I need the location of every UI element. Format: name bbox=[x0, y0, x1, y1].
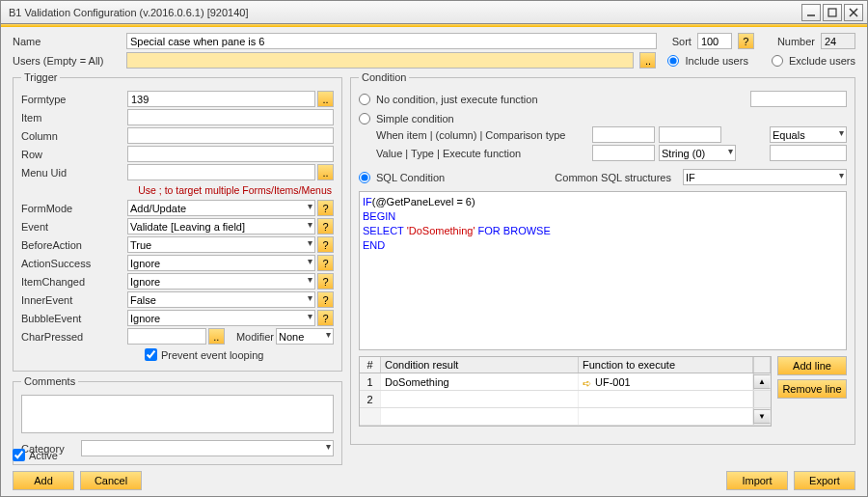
main-window: B1 Validation Configuration (v.2016.0.6.… bbox=[0, 0, 868, 497]
number-field bbox=[821, 33, 855, 49]
item-label: Item bbox=[21, 112, 125, 124]
sql-condition-radio[interactable] bbox=[359, 172, 370, 183]
category-select[interactable] bbox=[81, 440, 334, 456]
sort-help-button[interactable]: ? bbox=[738, 33, 754, 49]
menuuid-input[interactable] bbox=[127, 164, 315, 180]
condition-fieldset: Condition No condition, just execute fun… bbox=[350, 71, 855, 445]
svg-rect-1 bbox=[828, 9, 836, 16]
simple-item-input[interactable] bbox=[592, 126, 655, 143]
itemchanged-help-button[interactable]: ? bbox=[317, 273, 334, 290]
grid-row[interactable]: ▼ bbox=[360, 408, 771, 426]
simple-condition-radio[interactable] bbox=[359, 113, 370, 124]
innerevent-help-button[interactable]: ? bbox=[317, 291, 334, 308]
window-controls bbox=[801, 4, 863, 21]
import-button[interactable]: Import bbox=[726, 471, 788, 490]
charpressed-cfl-button[interactable]: .. bbox=[208, 328, 225, 345]
no-condition-input[interactable] bbox=[750, 91, 847, 107]
actionsuccess-select[interactable]: Ignore bbox=[127, 255, 315, 271]
users-input[interactable] bbox=[126, 52, 634, 69]
add-button[interactable]: Add bbox=[13, 471, 74, 490]
simple-cmp-select[interactable]: Equals bbox=[770, 126, 847, 143]
left-column: Trigger Formtype .. Item Column Row Menu… bbox=[13, 71, 342, 445]
formmode-help-button[interactable]: ? bbox=[317, 200, 334, 216]
no-condition-row: No condition, just execute function bbox=[359, 91, 847, 107]
name-label: Name bbox=[13, 36, 121, 47]
row-input[interactable] bbox=[127, 146, 334, 162]
modifier-select[interactable]: None bbox=[276, 328, 334, 345]
users-cfl-button[interactable]: .. bbox=[639, 52, 656, 69]
menuuid-label: Menu Uid bbox=[21, 167, 125, 179]
beforeaction-help-button[interactable]: ? bbox=[317, 236, 334, 253]
cancel-button[interactable]: Cancel bbox=[80, 471, 142, 490]
grid-cell-cr[interactable]: DoSomething bbox=[381, 373, 579, 390]
event-select[interactable]: Validate [Leaving a field] bbox=[127, 218, 315, 235]
formtype-cfl-button[interactable]: .. bbox=[317, 91, 334, 107]
column-input[interactable] bbox=[127, 127, 334, 144]
active-label: Active bbox=[29, 450, 58, 461]
include-users-radio[interactable] bbox=[667, 55, 679, 67]
beforeaction-select[interactable]: True bbox=[127, 236, 315, 253]
grid-cell-fn[interactable] bbox=[579, 391, 753, 407]
trigger-fieldset: Trigger Formtype .. Item Column Row Menu… bbox=[13, 71, 342, 372]
event-label: Event bbox=[21, 221, 125, 233]
common-sql-select[interactable]: IF bbox=[683, 169, 847, 185]
grid-row[interactable]: 2 bbox=[360, 391, 771, 408]
grid-head-idx: # bbox=[360, 357, 381, 373]
prevent-loop-checkbox[interactable] bbox=[145, 348, 157, 361]
formmode-label: FormMode bbox=[21, 203, 125, 214]
sql-editor[interactable]: IF(@GetPaneLevel = 6)BEGINSELECT 'DoSome… bbox=[359, 191, 847, 350]
event-help-button[interactable]: ? bbox=[317, 218, 334, 235]
grid-cell-fn[interactable]: ➪UF-001 bbox=[579, 373, 753, 390]
bubbleevent-help-button[interactable]: ? bbox=[317, 310, 334, 326]
footer: Add Cancel Import Export bbox=[13, 465, 855, 490]
actionsuccess-help-button[interactable]: ? bbox=[317, 255, 334, 271]
innerevent-select[interactable]: False bbox=[127, 291, 315, 308]
minimize-icon[interactable] bbox=[801, 4, 821, 21]
active-checkbox[interactable] bbox=[13, 449, 25, 461]
remove-line-button[interactable]: Remove line bbox=[777, 379, 847, 399]
add-line-button[interactable]: Add line bbox=[777, 356, 847, 375]
exclude-users-radio[interactable] bbox=[772, 55, 783, 67]
export-button[interactable]: Export bbox=[794, 471, 855, 490]
no-condition-label: No condition, just execute function bbox=[376, 94, 538, 105]
exclude-users-label: Exclude users bbox=[789, 55, 855, 67]
grid-cell-cr[interactable] bbox=[381, 391, 579, 407]
menuuid-cfl-button[interactable]: .. bbox=[317, 164, 334, 180]
bubbleevent-select[interactable]: Ignore bbox=[127, 310, 315, 326]
comments-textarea[interactable] bbox=[21, 395, 334, 433]
simple-row2-label: Value | Type | Execute function bbox=[376, 148, 588, 159]
link-arrow-icon[interactable]: ➪ bbox=[583, 377, 592, 387]
condition-legend: Condition bbox=[359, 71, 409, 83]
scroll-down-icon[interactable]: ▼ bbox=[753, 409, 771, 424]
simple-value-input[interactable] bbox=[592, 145, 655, 161]
formmode-select[interactable]: Add/Update bbox=[127, 200, 315, 216]
simple-condition-label: Simple condition bbox=[376, 113, 454, 124]
name-input[interactable] bbox=[126, 33, 657, 49]
maximize-icon[interactable] bbox=[823, 4, 842, 21]
itemchanged-label: ItemChanged bbox=[21, 276, 125, 288]
middle: Trigger Formtype .. Item Column Row Menu… bbox=[13, 71, 855, 445]
itemchanged-select[interactable]: Ignore bbox=[127, 273, 315, 290]
grid-side-buttons: Add line Remove line bbox=[777, 356, 847, 427]
simple-exec-input[interactable] bbox=[770, 145, 847, 161]
no-condition-radio[interactable] bbox=[359, 94, 370, 105]
close-icon[interactable] bbox=[844, 4, 863, 21]
content: Name Sort ? Number Users (Empty = All) .… bbox=[1, 27, 867, 496]
simple-rows: When item | (column) | Comparison type E… bbox=[376, 126, 847, 161]
sql-condition-label: SQL Condition bbox=[376, 172, 445, 183]
sort-input[interactable] bbox=[697, 33, 732, 49]
window-title: B1 Validation Configuration (v.2016.0.6.… bbox=[9, 7, 801, 18]
grid-cell-idx: 1 bbox=[360, 373, 381, 390]
charpressed-label: CharPressed bbox=[21, 331, 125, 343]
comments-legend: Comments bbox=[21, 375, 78, 387]
actionsuccess-label: ActionSuccess bbox=[21, 258, 125, 269]
simple-col-input[interactable] bbox=[659, 126, 721, 143]
formtype-input[interactable] bbox=[127, 91, 315, 107]
result-grid-wrap: # Condition result Function to execute 1… bbox=[359, 356, 847, 427]
scroll-up-icon[interactable]: ▲ bbox=[753, 374, 771, 389]
charpressed-input[interactable] bbox=[127, 328, 206, 345]
simple-type-select[interactable]: String (0) bbox=[659, 145, 736, 161]
item-input[interactable] bbox=[127, 109, 334, 125]
simple-condition-row: Simple condition bbox=[359, 113, 847, 124]
grid-row[interactable]: 1 DoSomething ➪UF-001 ▲ bbox=[360, 373, 771, 391]
